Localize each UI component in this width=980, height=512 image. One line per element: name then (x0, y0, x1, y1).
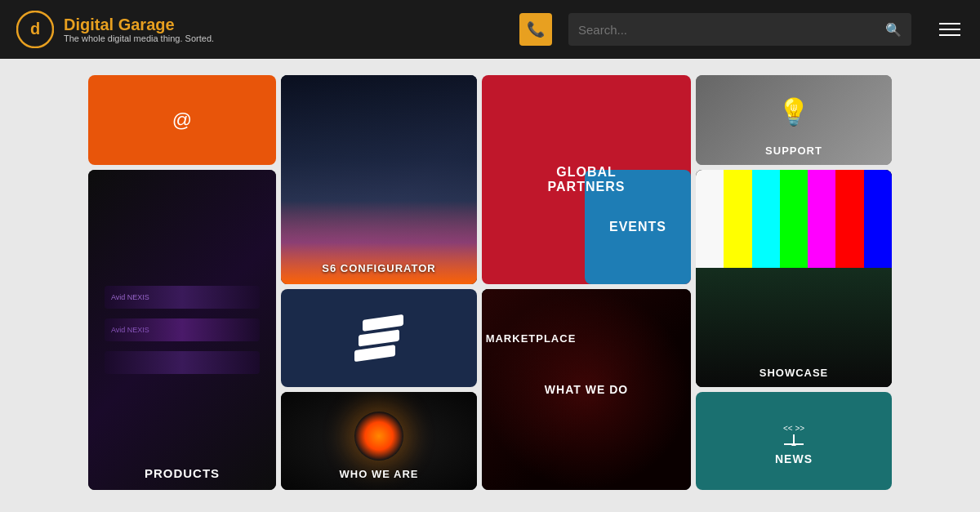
email-icon: @ (172, 109, 192, 131)
s6-label: S6 CONFIGURATOR (281, 262, 477, 274)
products-tile[interactable]: Avid NEXIS Avid NEXIS PRODUCTS (88, 170, 276, 490)
email-tile[interactable]: @ (88, 75, 276, 165)
marketplace-icon-tile[interactable] (281, 289, 477, 387)
prod-strip-3 (105, 351, 260, 374)
whoweare-label: WHO WE ARE (281, 468, 477, 480)
support-tile[interactable]: 💡 SUPPORT (696, 75, 892, 165)
support-label: SUPPORT (696, 145, 892, 157)
chevrons-icon (359, 318, 399, 358)
news-tower: << >> NEWS (775, 416, 813, 465)
hamburger-line-3 (939, 34, 960, 36)
hamburger-line-2 (939, 29, 960, 30)
tile-grid: @ S6 CONFIGURATOR GLOBAL PARTNERS 💡 SUPP… (80, 75, 900, 490)
logo-icon: d (16, 11, 54, 48)
global-label: GLOBAL PARTNERS (548, 165, 626, 194)
prod-strip-1: Avid NEXIS (105, 286, 260, 309)
main-content: @ S6 CONFIGURATOR GLOBAL PARTNERS 💡 SUPP… (0, 59, 980, 506)
news-signal-icon: << >> (776, 416, 812, 449)
logo-text: Digital Garage The whole digital media t… (64, 16, 214, 43)
color-bars (696, 170, 892, 268)
whatwedo-label: WHAT WE DO (545, 383, 628, 396)
svg-text:<< >>: << >> (783, 424, 804, 433)
logo-subtitle: The whole digital media thing. Sorted. (64, 33, 214, 43)
showcase-label: SHOWCASE (696, 367, 892, 379)
logo-title: Digital Garage (64, 16, 214, 33)
chevron-1 (363, 314, 403, 332)
eclipse-visual (354, 412, 403, 461)
marketplace-label: MARKETPLACE (486, 332, 577, 345)
search-icon: 🔍 (885, 23, 902, 37)
chevron-3 (354, 345, 395, 362)
news-label: NEWS (775, 452, 813, 465)
products-label: PRODUCTS (88, 466, 276, 480)
events-label: EVENTS (609, 220, 666, 234)
phone-icon: 📞 (527, 20, 545, 38)
header: d Digital Garage The whole digital media… (0, 0, 980, 59)
search-input[interactable] (578, 23, 879, 37)
search-button[interactable]: 🔍 (885, 22, 902, 38)
hamburger-button[interactable] (936, 20, 964, 39)
logo-area: d Digital Garage The whole digital media… (16, 11, 214, 48)
hamburger-line-1 (939, 23, 960, 24)
s6-configurator-tile[interactable]: S6 CONFIGURATOR (281, 75, 477, 284)
products-strips: Avid NEXIS Avid NEXIS (88, 170, 276, 490)
showcase-tile[interactable]: SHOWCASE (696, 170, 892, 387)
news-tile[interactable]: << >> NEWS (696, 392, 892, 490)
phone-button[interactable]: 📞 (519, 13, 552, 46)
prod-strip-2: Avid NEXIS (105, 318, 260, 341)
svg-text:d: d (30, 20, 40, 38)
whoweare-tile[interactable]: WHO WE ARE (281, 392, 477, 490)
whatwedo-tile[interactable]: WHAT WE DO (482, 289, 691, 490)
search-area: 🔍 (568, 13, 911, 46)
chevron-2 (359, 329, 399, 346)
